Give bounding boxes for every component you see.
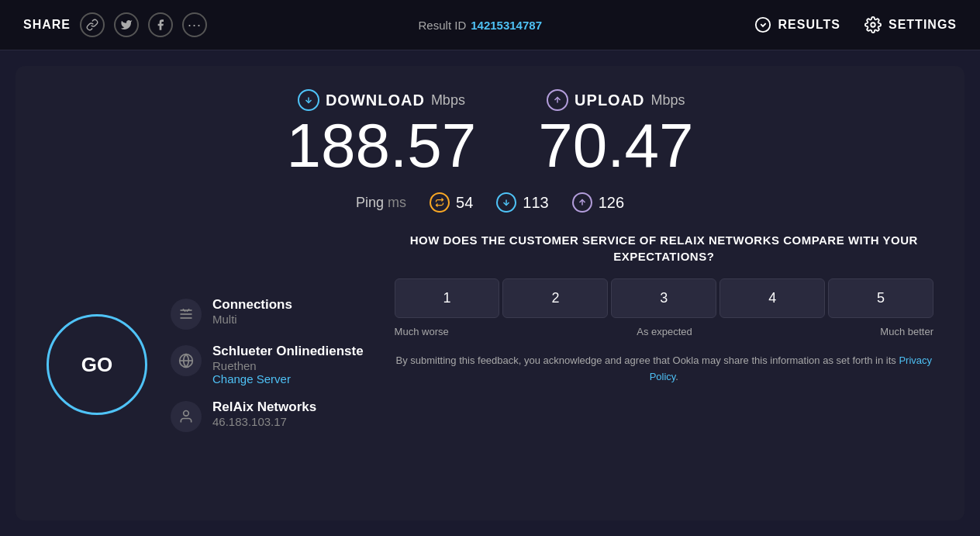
connections-text: Connections Multi	[212, 297, 292, 326]
isp-ip: 46.183.103.17	[212, 415, 316, 428]
connections-label: Connections	[212, 297, 292, 313]
ping-download-value: 113	[523, 194, 548, 212]
result-section: Result ID 14215314787	[419, 19, 542, 32]
results-icon	[754, 16, 772, 34]
isp-item: RelAix Networks 46.183.103.17	[171, 399, 364, 432]
bottom-row: GO Connections	[47, 232, 933, 497]
connections-value: Multi	[212, 313, 292, 326]
isp-text: RelAix Networks 46.183.103.17	[212, 399, 316, 428]
upload-label: UPLOAD	[575, 92, 644, 109]
share-section: SHARE ···	[23, 12, 207, 37]
nav-section: RESULTS SETTINGS	[754, 16, 958, 34]
download-value: 188.57	[287, 115, 477, 177]
label-much-better: Much better	[880, 326, 933, 337]
ping-idle-value: 54	[456, 194, 473, 212]
provider-location: Ruethen	[212, 359, 364, 372]
link-icon[interactable]	[80, 12, 105, 37]
ping-label: Ping ms	[356, 195, 406, 211]
topbar: SHARE ··· Result ID 14215314787	[0, 0, 980, 50]
server-info: Connections Multi Schlueter Onlin	[171, 297, 364, 432]
result-id[interactable]: 14215314787	[471, 19, 542, 32]
ping-section: Ping ms 54 113	[47, 192, 933, 213]
feedback-note: By submitting this feedback, you acknowl…	[395, 353, 933, 386]
ping-download-icon	[496, 192, 516, 213]
speed-section: DOWNLOAD Mbps 188.57 UPLOAD Mbps 70.47	[47, 89, 933, 177]
connections-item: Connections Multi	[171, 297, 364, 330]
download-label: DOWNLOAD	[326, 92, 425, 109]
left-panel: GO Connections	[47, 232, 364, 497]
provider-label: Schlueter Onlinedienste	[212, 344, 364, 359]
provider-icon	[171, 345, 202, 376]
feedback-title: HOW DOES THE CUSTOMER SERVICE OF RELAIX …	[395, 232, 933, 265]
upload-block: UPLOAD Mbps 70.47	[538, 89, 693, 177]
main-content: DOWNLOAD Mbps 188.57 UPLOAD Mbps 70.47 P	[16, 66, 964, 520]
download-label-row: DOWNLOAD Mbps	[287, 89, 477, 111]
result-label: Result ID	[419, 19, 467, 32]
label-as-expected: As expected	[637, 326, 692, 337]
rating-labels: Much worse As expected Much better	[395, 326, 933, 337]
upload-icon	[547, 89, 568, 111]
results-label: RESULTS	[778, 18, 840, 32]
feedback-note-text: By submitting this feedback, you acknowl…	[396, 354, 896, 366]
download-block: DOWNLOAD Mbps 188.57	[287, 89, 477, 177]
isp-icon	[171, 401, 202, 432]
svg-point-1	[871, 22, 875, 27]
ping-download: 113	[496, 192, 548, 213]
provider-text: Schlueter Onlinedienste Ruethen Change S…	[212, 344, 364, 386]
label-much-worse: Much worse	[395, 326, 449, 337]
download-unit: Mbps	[431, 92, 465, 109]
ping-upload-value: 126	[599, 194, 624, 212]
upload-label-row: UPLOAD Mbps	[538, 89, 693, 111]
facebook-icon[interactable]	[148, 12, 173, 37]
rating-1[interactable]: 1	[395, 278, 500, 318]
results-nav[interactable]: RESULTS	[754, 16, 840, 34]
rating-2[interactable]: 2	[502, 278, 608, 318]
connections-icon	[171, 299, 202, 330]
more-share-icon[interactable]: ···	[182, 12, 207, 37]
download-icon	[298, 89, 319, 111]
share-label: SHARE	[23, 18, 71, 32]
rating-3[interactable]: 3	[611, 278, 716, 318]
settings-nav[interactable]: SETTINGS	[864, 16, 957, 34]
twitter-icon[interactable]	[114, 12, 139, 37]
ping-upload-icon	[572, 192, 592, 213]
go-button[interactable]: GO	[47, 314, 147, 415]
change-server-link[interactable]: Change Server	[212, 372, 364, 386]
right-panel: HOW DOES THE CUSTOMER SERVICE OF RELAIX …	[395, 232, 933, 497]
ping-upload: 126	[572, 192, 624, 213]
provider-item: Schlueter Onlinedienste Ruethen Change S…	[171, 344, 364, 386]
isp-label: RelAix Networks	[212, 399, 316, 415]
svg-line-9	[183, 309, 185, 311]
ping-idle: 54	[430, 192, 473, 213]
ping-idle-icon	[430, 192, 450, 213]
settings-icon	[864, 16, 882, 34]
svg-point-13	[184, 411, 189, 417]
upload-unit: Mbps	[651, 92, 685, 109]
rating-5[interactable]: 5	[828, 278, 933, 318]
rating-4[interactable]: 4	[719, 278, 825, 318]
upload-value: 70.47	[538, 115, 693, 177]
svg-line-10	[187, 309, 189, 311]
rating-row: 1 2 3 4 5	[395, 278, 933, 318]
settings-label: SETTINGS	[889, 18, 957, 32]
svg-point-0	[755, 18, 769, 32]
